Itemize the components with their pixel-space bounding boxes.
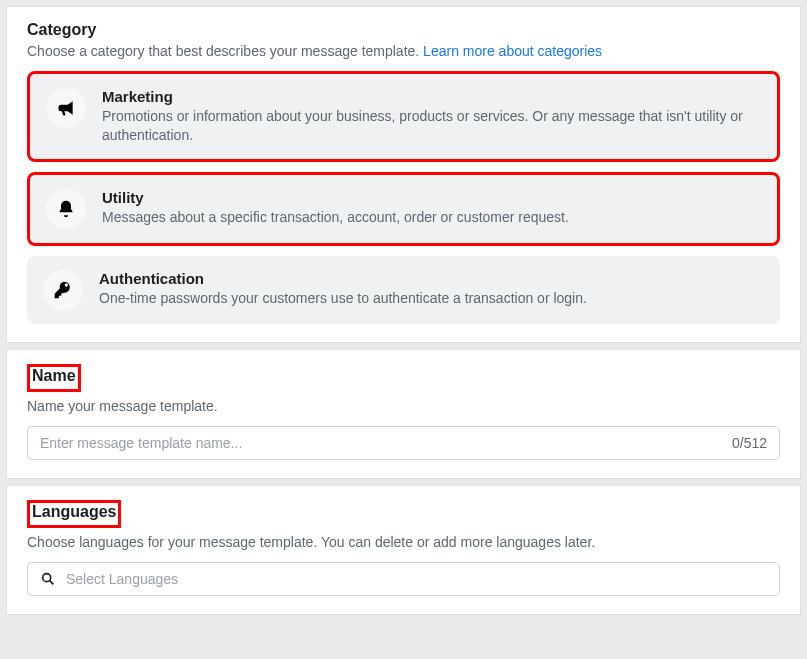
name-input[interactable] xyxy=(40,435,732,451)
category-title: Category xyxy=(27,21,96,39)
svg-point-0 xyxy=(43,573,51,581)
svg-line-1 xyxy=(50,580,54,584)
option-desc: Messages about a specific transaction, a… xyxy=(102,208,569,227)
category-option-marketing[interactable]: Marketing Promotions or information abou… xyxy=(27,71,780,162)
learn-more-link[interactable]: Learn more about categories xyxy=(423,43,602,59)
megaphone-icon xyxy=(46,88,86,128)
languages-panel: Languages Choose languages for your mess… xyxy=(6,485,801,615)
name-title-highlight: Name xyxy=(27,364,81,392)
languages-title-highlight: Languages xyxy=(27,500,121,528)
search-icon xyxy=(40,571,56,587)
name-counter: 0/512 xyxy=(732,435,767,451)
key-icon xyxy=(43,270,83,310)
languages-input[interactable] xyxy=(66,571,767,587)
category-panel: Category Choose a category that best des… xyxy=(6,6,801,343)
option-desc: Promotions or information about your bus… xyxy=(102,107,761,145)
languages-input-wrap[interactable] xyxy=(27,562,780,596)
bell-icon xyxy=(46,189,86,229)
category-option-utility[interactable]: Utility Messages about a specific transa… xyxy=(27,172,780,246)
name-title: Name xyxy=(32,367,76,385)
option-title: Marketing xyxy=(102,88,761,105)
option-desc: One-time passwords your customers use to… xyxy=(99,289,587,308)
languages-desc: Choose languages for your message templa… xyxy=(27,534,780,550)
category-option-authentication[interactable]: Authentication One-time passwords your c… xyxy=(27,256,780,324)
category-desc: Choose a category that best describes yo… xyxy=(27,43,780,59)
option-title: Utility xyxy=(102,189,569,206)
languages-title: Languages xyxy=(32,503,116,521)
name-input-wrap[interactable]: 0/512 xyxy=(27,426,780,460)
option-title: Authentication xyxy=(99,270,587,287)
name-desc: Name your message template. xyxy=(27,398,780,414)
category-desc-text: Choose a category that best describes yo… xyxy=(27,43,423,59)
name-panel: Name Name your message template. 0/512 xyxy=(6,349,801,479)
